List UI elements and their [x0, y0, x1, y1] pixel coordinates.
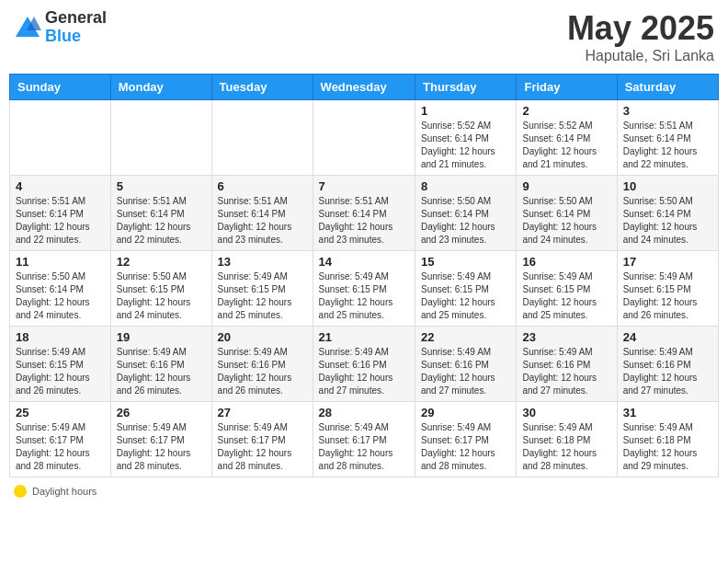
day-info: Sunrise: 5:49 AM Sunset: 6:15 PM Dayligh…: [623, 270, 712, 322]
calendar-day-header: Friday: [517, 75, 617, 100]
day-number: 1: [421, 104, 510, 118]
calendar-cell: 26Sunrise: 5:49 AM Sunset: 6:17 PM Dayli…: [110, 402, 211, 477]
day-info: Sunrise: 5:49 AM Sunset: 6:17 PM Dayligh…: [218, 421, 307, 473]
day-info: Sunrise: 5:49 AM Sunset: 6:15 PM Dayligh…: [421, 270, 510, 322]
day-info: Sunrise: 5:50 AM Sunset: 6:15 PM Dayligh…: [117, 270, 206, 322]
calendar-cell: 5Sunrise: 5:51 AM Sunset: 6:14 PM Daylig…: [110, 176, 211, 251]
calendar-cell: 31Sunrise: 5:49 AM Sunset: 6:18 PM Dayli…: [617, 402, 718, 477]
calendar-day-header: Tuesday: [211, 75, 313, 100]
day-info: Sunrise: 5:49 AM Sunset: 6:17 PM Dayligh…: [421, 421, 510, 473]
day-info: Sunrise: 5:49 AM Sunset: 6:16 PM Dayligh…: [421, 346, 510, 397]
calendar-cell: 1Sunrise: 5:52 AM Sunset: 6:14 PM Daylig…: [415, 100, 517, 176]
day-number: 30: [522, 406, 610, 419]
calendar-week-row: 11Sunrise: 5:50 AM Sunset: 6:14 PM Dayli…: [10, 251, 719, 327]
day-info: Sunrise: 5:49 AM Sunset: 6:15 PM Dayligh…: [319, 270, 409, 322]
day-info: Sunrise: 5:52 AM Sunset: 6:14 PM Dayligh…: [522, 120, 610, 171]
footer-label: Daylight hours: [32, 486, 97, 497]
calendar-cell: 30Sunrise: 5:49 AM Sunset: 6:18 PM Dayli…: [517, 402, 617, 477]
calendar-cell: 3Sunrise: 5:51 AM Sunset: 6:14 PM Daylig…: [617, 100, 718, 176]
calendar-cell: 23Sunrise: 5:49 AM Sunset: 6:16 PM Dayli…: [517, 327, 617, 402]
day-info: Sunrise: 5:49 AM Sunset: 6:18 PM Dayligh…: [623, 421, 712, 473]
day-number: 28: [319, 406, 409, 419]
calendar-day-header: Thursday: [415, 75, 517, 100]
day-number: 31: [623, 406, 712, 419]
day-info: Sunrise: 5:51 AM Sunset: 6:14 PM Dayligh…: [117, 195, 206, 247]
calendar-cell: 18Sunrise: 5:49 AM Sunset: 6:15 PM Dayli…: [10, 327, 111, 402]
location: Haputale, Sri Lanka: [567, 48, 714, 64]
calendar-cell: 22Sunrise: 5:49 AM Sunset: 6:16 PM Dayli…: [415, 327, 517, 402]
logo: General Blue: [14, 9, 107, 46]
month-title: May 2025: [567, 9, 714, 48]
day-info: Sunrise: 5:49 AM Sunset: 6:15 PM Dayligh…: [16, 346, 105, 397]
day-info: Sunrise: 5:51 AM Sunset: 6:14 PM Dayligh…: [623, 120, 712, 171]
calendar-cell: 10Sunrise: 5:50 AM Sunset: 6:14 PM Dayli…: [617, 176, 718, 251]
calendar-cell: 8Sunrise: 5:50 AM Sunset: 6:14 PM Daylig…: [415, 176, 517, 251]
day-info: Sunrise: 5:49 AM Sunset: 6:17 PM Dayligh…: [117, 421, 206, 473]
day-info: Sunrise: 5:49 AM Sunset: 6:18 PM Dayligh…: [522, 421, 610, 473]
calendar-week-row: 25Sunrise: 5:49 AM Sunset: 6:17 PM Dayli…: [10, 402, 719, 477]
day-number: 26: [117, 406, 206, 419]
day-info: Sunrise: 5:49 AM Sunset: 6:16 PM Dayligh…: [117, 346, 206, 397]
day-number: 17: [623, 255, 712, 269]
calendar-day-header: Saturday: [617, 75, 718, 100]
calendar-cell: 29Sunrise: 5:49 AM Sunset: 6:17 PM Dayli…: [415, 402, 517, 477]
calendar-cell: 28Sunrise: 5:49 AM Sunset: 6:17 PM Dayli…: [313, 402, 415, 477]
day-info: Sunrise: 5:50 AM Sunset: 6:14 PM Dayligh…: [522, 195, 610, 247]
calendar-day-header: Sunday: [10, 75, 111, 100]
day-number: 15: [421, 255, 510, 269]
day-number: 20: [218, 330, 307, 344]
day-number: 19: [117, 330, 206, 344]
day-info: Sunrise: 5:49 AM Sunset: 6:15 PM Dayligh…: [522, 270, 610, 322]
logo-icon: [14, 14, 41, 41]
calendar-cell: 27Sunrise: 5:49 AM Sunset: 6:17 PM Dayli…: [211, 402, 313, 477]
calendar-cell: 4Sunrise: 5:51 AM Sunset: 6:14 PM Daylig…: [10, 176, 111, 251]
day-number: 11: [16, 255, 105, 269]
calendar-cell: 20Sunrise: 5:49 AM Sunset: 6:16 PM Dayli…: [211, 327, 313, 402]
calendar-table: SundayMondayTuesdayWednesdayThursdayFrid…: [9, 74, 719, 477]
calendar-cell: 11Sunrise: 5:50 AM Sunset: 6:14 PM Dayli…: [10, 251, 111, 327]
day-number: 10: [623, 179, 712, 193]
day-number: 18: [16, 330, 105, 344]
page-header: General Blue May 2025 Haputale, Sri Lank…: [9, 9, 719, 64]
day-info: Sunrise: 5:49 AM Sunset: 6:17 PM Dayligh…: [16, 421, 105, 473]
day-info: Sunrise: 5:49 AM Sunset: 6:15 PM Dayligh…: [218, 270, 307, 322]
day-number: 6: [218, 179, 307, 193]
day-number: 16: [522, 255, 610, 269]
sun-icon: [14, 485, 27, 498]
calendar-cell: 7Sunrise: 5:51 AM Sunset: 6:14 PM Daylig…: [313, 176, 415, 251]
day-number: 4: [16, 179, 105, 193]
day-info: Sunrise: 5:49 AM Sunset: 6:16 PM Dayligh…: [623, 346, 712, 397]
calendar-cell: 13Sunrise: 5:49 AM Sunset: 6:15 PM Dayli…: [211, 251, 313, 327]
day-number: 23: [522, 330, 610, 344]
calendar-cell: 12Sunrise: 5:50 AM Sunset: 6:15 PM Dayli…: [110, 251, 211, 327]
day-info: Sunrise: 5:50 AM Sunset: 6:14 PM Dayligh…: [623, 195, 712, 247]
day-info: Sunrise: 5:51 AM Sunset: 6:14 PM Dayligh…: [16, 195, 105, 247]
calendar-cell: 24Sunrise: 5:49 AM Sunset: 6:16 PM Dayli…: [617, 327, 718, 402]
logo-general: General: [45, 9, 107, 28]
day-info: Sunrise: 5:50 AM Sunset: 6:14 PM Dayligh…: [16, 270, 105, 322]
day-info: Sunrise: 5:52 AM Sunset: 6:14 PM Dayligh…: [421, 120, 510, 171]
calendar-cell: [110, 100, 211, 176]
calendar-cell: 14Sunrise: 5:49 AM Sunset: 6:15 PM Dayli…: [313, 251, 415, 327]
calendar-cell: [10, 100, 111, 176]
logo-text: General Blue: [45, 9, 107, 46]
day-number: 29: [421, 406, 510, 419]
calendar-cell: 15Sunrise: 5:49 AM Sunset: 6:15 PM Dayli…: [415, 251, 517, 327]
day-number: 22: [421, 330, 510, 344]
day-number: 2: [522, 104, 610, 118]
calendar-day-header: Wednesday: [313, 75, 415, 100]
day-number: 9: [522, 179, 610, 193]
calendar-cell: [211, 100, 313, 176]
calendar-cell: 19Sunrise: 5:49 AM Sunset: 6:16 PM Dayli…: [110, 327, 211, 402]
day-info: Sunrise: 5:49 AM Sunset: 6:17 PM Dayligh…: [319, 421, 409, 473]
day-number: 8: [421, 179, 510, 193]
day-number: 25: [16, 406, 105, 419]
day-number: 24: [623, 330, 712, 344]
logo-blue: Blue: [45, 28, 107, 46]
day-number: 27: [218, 406, 307, 419]
day-number: 12: [117, 255, 206, 269]
calendar-day-header: Monday: [110, 75, 211, 100]
calendar-cell: 6Sunrise: 5:51 AM Sunset: 6:14 PM Daylig…: [211, 176, 313, 251]
calendar-week-row: 4Sunrise: 5:51 AM Sunset: 6:14 PM Daylig…: [10, 176, 719, 251]
day-info: Sunrise: 5:49 AM Sunset: 6:16 PM Dayligh…: [218, 346, 307, 397]
